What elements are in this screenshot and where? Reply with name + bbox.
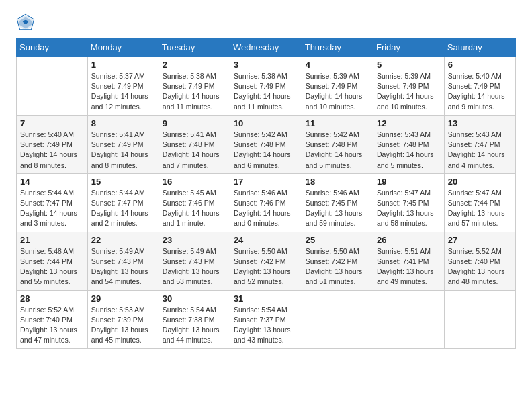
day-info: Sunrise: 5:49 AM Sunset: 7:43 PM Dayligh… bbox=[91, 246, 155, 287]
day-info: Sunrise: 5:43 AM Sunset: 7:47 PM Dayligh… bbox=[448, 130, 512, 171]
calendar-cell: 16Sunrise: 5:45 AM Sunset: 7:46 PM Dayli… bbox=[159, 173, 230, 232]
day-number: 15 bbox=[91, 177, 155, 187]
day-of-week-monday: Monday bbox=[87, 38, 159, 57]
calendar-cell: 20Sunrise: 5:47 AM Sunset: 7:44 PM Dayli… bbox=[444, 173, 515, 232]
day-of-week-friday: Friday bbox=[373, 38, 444, 57]
day-number: 29 bbox=[91, 293, 155, 304]
day-info: Sunrise: 5:38 AM Sunset: 7:49 PM Dayligh… bbox=[163, 71, 226, 112]
day-number: 14 bbox=[20, 177, 84, 187]
day-info: Sunrise: 5:52 AM Sunset: 7:40 PM Dayligh… bbox=[20, 305, 84, 346]
calendar-cell: 31Sunrise: 5:54 AM Sunset: 7:37 PM Dayli… bbox=[230, 290, 302, 349]
calendar-table: SundayMondayTuesdayWednesdayThursdayFrid… bbox=[16, 38, 516, 349]
day-info: Sunrise: 5:40 AM Sunset: 7:49 PM Dayligh… bbox=[20, 130, 84, 171]
day-of-week-wednesday: Wednesday bbox=[230, 38, 302, 57]
calendar-header-row: SundayMondayTuesdayWednesdayThursdayFrid… bbox=[17, 38, 516, 57]
page-header bbox=[16, 13, 516, 32]
calendar-cell: 26Sunrise: 5:51 AM Sunset: 7:41 PM Dayli… bbox=[373, 232, 444, 290]
calendar-cell: 25Sunrise: 5:50 AM Sunset: 7:42 PM Dayli… bbox=[302, 232, 373, 290]
calendar-cell bbox=[302, 290, 373, 349]
calendar-cell: 9Sunrise: 5:41 AM Sunset: 7:48 PM Daylig… bbox=[159, 115, 230, 173]
calendar-cell: 27Sunrise: 5:52 AM Sunset: 7:40 PM Dayli… bbox=[444, 232, 515, 290]
calendar-cell: 14Sunrise: 5:44 AM Sunset: 7:47 PM Dayli… bbox=[17, 173, 88, 232]
day-info: Sunrise: 5:39 AM Sunset: 7:49 PM Dayligh… bbox=[306, 71, 369, 112]
day-number: 27 bbox=[448, 235, 512, 245]
day-number: 22 bbox=[91, 235, 155, 245]
day-info: Sunrise: 5:39 AM Sunset: 7:49 PM Dayligh… bbox=[377, 71, 441, 112]
day-info: Sunrise: 5:41 AM Sunset: 7:49 PM Dayligh… bbox=[91, 130, 155, 171]
day-info: Sunrise: 5:51 AM Sunset: 7:41 PM Dayligh… bbox=[377, 246, 441, 287]
day-number: 12 bbox=[377, 118, 441, 128]
day-number: 2 bbox=[163, 60, 226, 70]
day-info: Sunrise: 5:47 AM Sunset: 7:44 PM Dayligh… bbox=[448, 188, 512, 229]
calendar-cell: 29Sunrise: 5:53 AM Sunset: 7:39 PM Dayli… bbox=[87, 290, 159, 349]
day-number: 17 bbox=[234, 177, 298, 187]
day-number: 5 bbox=[377, 60, 441, 70]
day-number: 3 bbox=[234, 60, 298, 70]
day-info: Sunrise: 5:54 AM Sunset: 7:37 PM Dayligh… bbox=[234, 305, 298, 346]
calendar-cell: 7Sunrise: 5:40 AM Sunset: 7:49 PM Daylig… bbox=[17, 115, 88, 173]
calendar-week-3: 14Sunrise: 5:44 AM Sunset: 7:47 PM Dayli… bbox=[17, 173, 516, 232]
calendar-cell: 1Sunrise: 5:37 AM Sunset: 7:49 PM Daylig… bbox=[87, 57, 159, 116]
day-number: 19 bbox=[377, 177, 441, 187]
calendar-cell: 3Sunrise: 5:38 AM Sunset: 7:49 PM Daylig… bbox=[230, 57, 302, 116]
day-info: Sunrise: 5:52 AM Sunset: 7:40 PM Dayligh… bbox=[448, 246, 512, 287]
calendar-week-5: 28Sunrise: 5:52 AM Sunset: 7:40 PM Dayli… bbox=[17, 290, 516, 349]
calendar-cell: 22Sunrise: 5:49 AM Sunset: 7:43 PM Dayli… bbox=[87, 232, 159, 290]
day-number: 25 bbox=[306, 235, 369, 245]
calendar-cell: 4Sunrise: 5:39 AM Sunset: 7:49 PM Daylig… bbox=[302, 57, 373, 116]
day-number: 6 bbox=[448, 60, 512, 70]
day-info: Sunrise: 5:54 AM Sunset: 7:38 PM Dayligh… bbox=[163, 305, 226, 346]
day-info: Sunrise: 5:50 AM Sunset: 7:42 PM Dayligh… bbox=[234, 246, 298, 287]
day-info: Sunrise: 5:38 AM Sunset: 7:49 PM Dayligh… bbox=[234, 71, 298, 112]
day-number: 26 bbox=[377, 235, 441, 245]
day-number: 13 bbox=[448, 118, 512, 128]
day-number: 8 bbox=[91, 118, 155, 128]
day-of-week-sunday: Sunday bbox=[17, 38, 88, 57]
calendar-cell: 2Sunrise: 5:38 AM Sunset: 7:49 PM Daylig… bbox=[159, 57, 230, 116]
calendar-cell bbox=[444, 290, 515, 349]
calendar-cell: 24Sunrise: 5:50 AM Sunset: 7:42 PM Dayli… bbox=[230, 232, 302, 290]
day-info: Sunrise: 5:41 AM Sunset: 7:48 PM Dayligh… bbox=[163, 130, 226, 171]
calendar-cell bbox=[373, 290, 444, 349]
day-number: 21 bbox=[20, 235, 84, 245]
day-info: Sunrise: 5:42 AM Sunset: 7:48 PM Dayligh… bbox=[234, 130, 298, 171]
day-info: Sunrise: 5:37 AM Sunset: 7:49 PM Dayligh… bbox=[91, 71, 155, 112]
calendar-cell: 15Sunrise: 5:44 AM Sunset: 7:47 PM Dayli… bbox=[87, 173, 159, 232]
day-number: 20 bbox=[448, 177, 512, 187]
day-info: Sunrise: 5:44 AM Sunset: 7:47 PM Dayligh… bbox=[20, 188, 84, 229]
day-info: Sunrise: 5:42 AM Sunset: 7:48 PM Dayligh… bbox=[306, 130, 369, 171]
day-number: 9 bbox=[163, 118, 226, 128]
calendar-cell: 18Sunrise: 5:46 AM Sunset: 7:45 PM Dayli… bbox=[302, 173, 373, 232]
day-number: 31 bbox=[234, 293, 298, 304]
day-info: Sunrise: 5:40 AM Sunset: 7:49 PM Dayligh… bbox=[448, 71, 512, 112]
day-of-week-tuesday: Tuesday bbox=[159, 38, 230, 57]
calendar-cell: 30Sunrise: 5:54 AM Sunset: 7:38 PM Dayli… bbox=[159, 290, 230, 349]
day-number: 10 bbox=[234, 118, 298, 128]
day-number: 16 bbox=[163, 177, 226, 187]
day-info: Sunrise: 5:49 AM Sunset: 7:43 PM Dayligh… bbox=[163, 246, 226, 287]
day-number: 18 bbox=[306, 177, 369, 187]
day-number: 23 bbox=[163, 235, 226, 245]
day-info: Sunrise: 5:53 AM Sunset: 7:39 PM Dayligh… bbox=[91, 305, 155, 346]
day-info: Sunrise: 5:45 AM Sunset: 7:46 PM Dayligh… bbox=[163, 188, 226, 229]
logo-icon bbox=[16, 13, 35, 32]
calendar-cell: 21Sunrise: 5:48 AM Sunset: 7:44 PM Dayli… bbox=[17, 232, 88, 290]
calendar-cell: 5Sunrise: 5:39 AM Sunset: 7:49 PM Daylig… bbox=[373, 57, 444, 116]
calendar-cell: 13Sunrise: 5:43 AM Sunset: 7:47 PM Dayli… bbox=[444, 115, 515, 173]
day-number: 30 bbox=[163, 293, 226, 304]
day-number: 11 bbox=[306, 118, 369, 128]
day-number: 7 bbox=[20, 118, 84, 128]
day-number: 1 bbox=[91, 60, 155, 70]
calendar-week-1: 1Sunrise: 5:37 AM Sunset: 7:49 PM Daylig… bbox=[17, 57, 516, 116]
day-info: Sunrise: 5:48 AM Sunset: 7:44 PM Dayligh… bbox=[20, 246, 84, 287]
calendar-cell: 8Sunrise: 5:41 AM Sunset: 7:49 PM Daylig… bbox=[87, 115, 159, 173]
day-info: Sunrise: 5:43 AM Sunset: 7:48 PM Dayligh… bbox=[377, 130, 441, 171]
day-number: 24 bbox=[234, 235, 298, 245]
logo bbox=[16, 13, 38, 32]
calendar-cell: 12Sunrise: 5:43 AM Sunset: 7:48 PM Dayli… bbox=[373, 115, 444, 173]
calendar-cell: 28Sunrise: 5:52 AM Sunset: 7:40 PM Dayli… bbox=[17, 290, 88, 349]
day-info: Sunrise: 5:46 AM Sunset: 7:45 PM Dayligh… bbox=[306, 188, 369, 229]
day-of-week-thursday: Thursday bbox=[302, 38, 373, 57]
calendar-cell: 6Sunrise: 5:40 AM Sunset: 7:49 PM Daylig… bbox=[444, 57, 515, 116]
calendar-cell: 19Sunrise: 5:47 AM Sunset: 7:45 PM Dayli… bbox=[373, 173, 444, 232]
